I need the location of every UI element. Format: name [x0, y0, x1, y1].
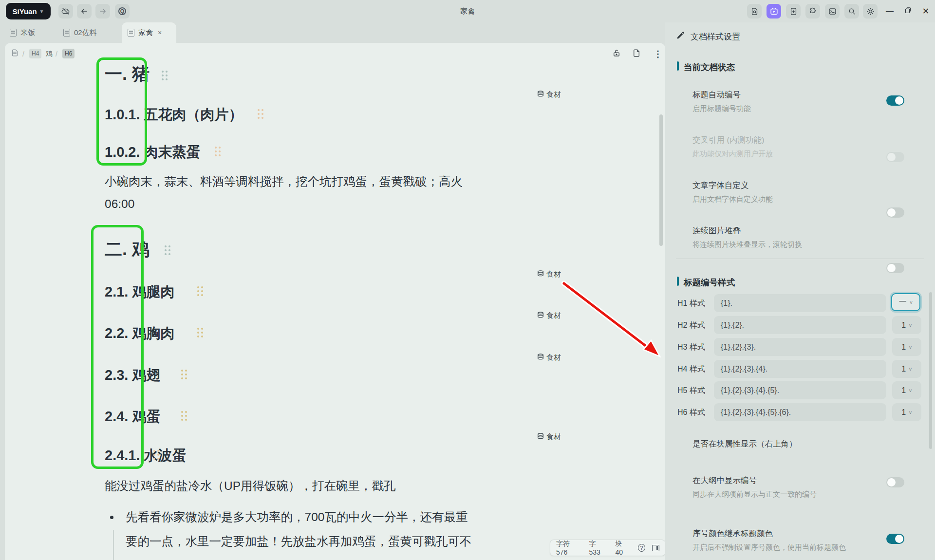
h5-style-select[interactable]: 1˅ — [892, 381, 921, 399]
minimize-button[interactable]: — — [883, 6, 896, 17]
breadcrumb-h4-badge[interactable]: H4 — [29, 49, 41, 58]
section-numbering-style: 标题编号样式 — [684, 277, 735, 288]
help-icon[interactable]: ? — [638, 544, 646, 552]
outline-number-desc: 同步在大纲项前显示与正文一致的编号 — [692, 490, 817, 499]
section-accent-bar — [677, 277, 679, 286]
heading-chicken[interactable]: 二. 鸡 — [105, 238, 150, 261]
drag-handle-icon[interactable] — [181, 411, 183, 413]
data-history-button[interactable] — [786, 4, 801, 19]
h3-style-select[interactable]: 1˅ — [892, 338, 921, 356]
db-attribute-tag[interactable]: 食材 — [537, 353, 561, 362]
crossref-toggle — [886, 152, 904, 162]
h2-style-select[interactable]: 1˅ — [892, 316, 921, 334]
h6-style-select[interactable]: 1˅ — [892, 403, 921, 421]
new-doc-icon[interactable] — [632, 49, 641, 59]
h6-badge-label: H6 — [65, 50, 72, 57]
tab-label: 02佐料 — [74, 28, 97, 37]
drag-handle-icon[interactable] — [181, 370, 183, 372]
marketplace-button[interactable] — [805, 4, 820, 19]
quick-search-button[interactable]: Q — [115, 4, 130, 19]
outline-number-toggle[interactable] — [886, 534, 904, 544]
drag-handle-icon[interactable] — [258, 109, 260, 111]
heading-pig[interactable]: 一. 猪 — [105, 62, 150, 86]
h5-style-label: H5 样式 — [677, 386, 705, 396]
h6-style-input[interactable]: {1}.{2}.{3}.{4}.{5}.{6}. — [714, 403, 886, 421]
list-item-line[interactable]: 先看看你家微波炉是多大功率的，700瓦的中火一分半，还有最重 — [126, 509, 468, 525]
db-tag-label: 食材 — [546, 90, 561, 99]
h4-style-select[interactable]: 1˅ — [892, 360, 921, 378]
layout-icon[interactable] — [652, 545, 659, 551]
heading-egg[interactable]: 2.4. 鸡蛋 — [105, 407, 160, 427]
maximize-button[interactable] — [901, 6, 914, 17]
tab-close-icon[interactable]: × — [158, 29, 162, 37]
paragraph[interactable]: 能没过鸡蛋的盐冷水（UP用得饭碗），打在碗里，戳孔 — [105, 478, 396, 494]
outline-number-label: 在大纲中显示编号 — [692, 475, 757, 486]
more-options-icon[interactable]: ⋮ — [654, 49, 662, 59]
heading-poached-egg[interactable]: 2.4.1. 水波蛋 — [105, 446, 187, 466]
h5-style-input[interactable]: {1}.{2}.{3}.{4}.{5}. — [714, 381, 886, 399]
terminal-button[interactable] — [825, 4, 840, 19]
sun-icon — [866, 7, 875, 16]
drag-handle-icon[interactable] — [197, 328, 199, 330]
paragraph[interactable]: 06:00 — [105, 197, 134, 211]
tab-mifan[interactable]: 米饭 — [4, 22, 41, 43]
pencil-icon — [676, 30, 686, 42]
db-attribute-tag[interactable]: 食材 — [537, 432, 561, 442]
auto-number-toggle[interactable] — [886, 95, 904, 106]
drag-handle-icon[interactable] — [215, 147, 217, 149]
app-menu-button[interactable]: SiYuan ▼ — [6, 3, 51, 19]
h4-badge-label: H4 — [32, 50, 39, 57]
close-icon: ✕ — [922, 6, 929, 17]
heading-minced-pork-egg[interactable]: 1.0.2. 肉末蒸蛋 — [105, 143, 201, 162]
breadcrumb-doc-label[interactable]: 鸡 — [46, 50, 53, 58]
font-custom-toggle[interactable] — [886, 207, 904, 218]
auto-number-desc: 启用标题编号功能 — [692, 104, 751, 113]
h4-style-label: H4 样式 — [677, 364, 705, 374]
block-count: 块 40 — [615, 540, 631, 556]
h4-style-input[interactable]: {1}.{2}.{3}.{4}. — [714, 360, 886, 378]
h2-style-input[interactable]: {1}.{2}. — [714, 316, 886, 334]
window-title: 家禽 — [419, 7, 516, 16]
notebook-icon[interactable] — [11, 49, 19, 59]
tab-jiaqin-active[interactable]: 家禽 × — [122, 22, 176, 43]
document-icon — [63, 29, 70, 37]
nav-back-button[interactable] — [77, 4, 92, 19]
image-stack-toggle[interactable] — [886, 263, 904, 273]
block-attr-toggle[interactable] — [886, 477, 904, 487]
readonly-unlock-button[interactable] — [612, 49, 621, 59]
tab-zuoliao[interactable]: 02佐料 — [57, 22, 103, 43]
h1-style-input[interactable]: {1}. — [714, 294, 886, 312]
drag-handle-icon[interactable] — [197, 286, 199, 288]
h1-style-select[interactable]: 一˅ — [891, 293, 920, 311]
doc-search-button[interactable] — [747, 4, 762, 19]
font-custom-desc: 启用文档字体自定义功能 — [692, 195, 773, 204]
drag-handle-icon[interactable] — [162, 71, 164, 73]
sync-off-button[interactable] — [58, 4, 73, 19]
document-icon — [10, 29, 17, 37]
db-attribute-tag[interactable]: 食材 — [537, 90, 561, 99]
db-attribute-tag[interactable]: 食材 — [537, 311, 561, 320]
panel-scrollbar[interactable] — [929, 292, 932, 449]
paragraph[interactable]: 小碗肉末，蒜末、料酒等调料搅拌，挖个坑打鸡蛋，蛋黄戳破；高火 — [105, 173, 463, 189]
list-item-line[interactable]: 要的一点，水里一定要加盐！先放盐水再加鸡蛋，蛋黄可戳孔可不 — [126, 533, 472, 549]
h3-style-input[interactable]: {1}.{2}.{3}. — [714, 338, 886, 356]
drag-handle-icon[interactable] — [165, 245, 167, 247]
heading-chicken-breast[interactable]: 2.2. 鸡胸肉 — [105, 324, 174, 343]
h2-select-value: 1 — [901, 321, 906, 330]
video-guide-button[interactable] — [767, 4, 781, 19]
db-tag-label: 食材 — [546, 311, 561, 320]
theme-button[interactable] — [863, 4, 878, 19]
editor-scrollbar[interactable] — [659, 114, 663, 246]
heading-chicken-wing[interactable]: 2.3. 鸡翅 — [105, 366, 160, 385]
breadcrumb-h6-badge[interactable]: H6 — [62, 49, 75, 58]
nav-forward-button[interactable] — [95, 4, 110, 19]
db-attribute-tag[interactable]: 食材 — [537, 270, 561, 279]
minimize-icon: — — [886, 7, 894, 16]
drag-handle-icon[interactable] — [153, 450, 155, 452]
heading-chicken-leg[interactable]: 2.1. 鸡腿肉 — [105, 282, 174, 302]
search-button[interactable] — [844, 4, 859, 19]
close-button[interactable]: ✕ — [919, 6, 932, 17]
heading-pork-belly[interactable]: 1.0.1. 五花肉（肉片） — [105, 105, 243, 125]
image-stack-label: 连续图片堆叠 — [692, 225, 741, 236]
h2-style-label: H2 样式 — [677, 320, 705, 331]
